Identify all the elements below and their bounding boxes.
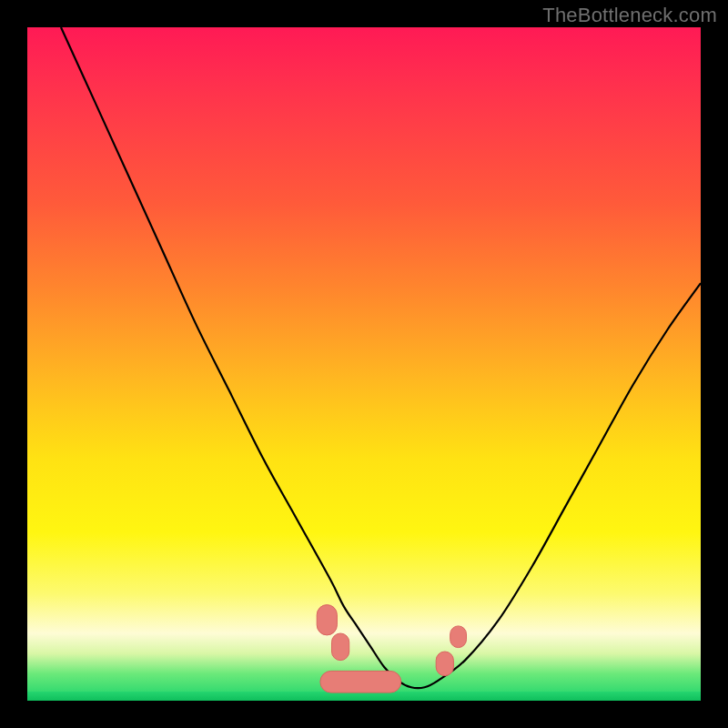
chart-frame: TheBottleneck.com <box>0 0 728 728</box>
curve-markers <box>317 605 466 693</box>
curve-marker <box>436 652 453 676</box>
curve-layer <box>27 27 701 701</box>
bottleneck-curve <box>61 27 701 688</box>
watermark-text: TheBottleneck.com <box>542 4 717 27</box>
curve-marker <box>450 626 467 648</box>
curve-marker <box>320 671 401 693</box>
plot-area <box>27 27 701 701</box>
curve-marker <box>317 605 337 635</box>
curve-marker <box>332 633 349 661</box>
